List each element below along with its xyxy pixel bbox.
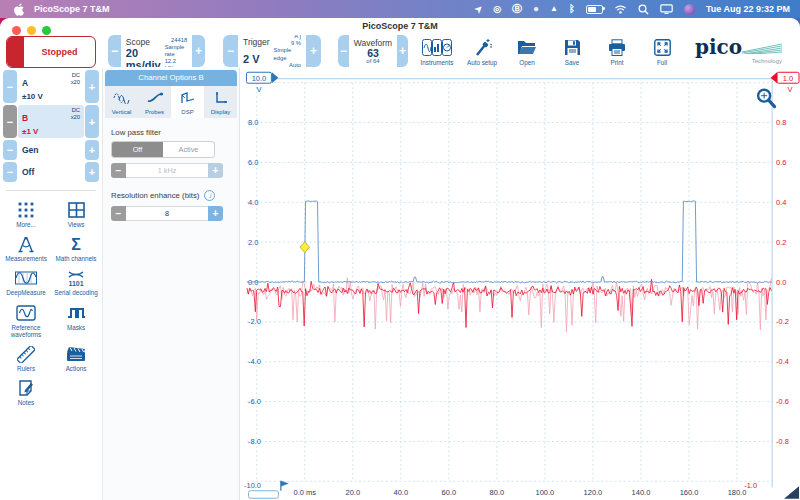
zoom-button[interactable] [42,26,51,35]
time-overview-flag[interactable] [281,481,289,491]
wifi-icon[interactable] [614,3,627,15]
actions-icon [66,345,86,363]
low-pass-freq-increase-button[interactable]: + [208,163,223,178]
tool-more[interactable]: More... [1,201,51,228]
trigger-mode: Auto [289,62,301,67]
time-overview-box[interactable] [248,491,278,498]
scope-decrease-button[interactable]: − [108,35,121,67]
tool-views[interactable]: Views [51,201,101,228]
notes-label: Notes [18,399,34,406]
x-axis-tick: 120.0 [584,488,603,497]
menubar-clock[interactable]: Tue Aug 22 9:32 PM [706,4,790,14]
scope-increase-button[interactable]: + [192,35,205,67]
right-axis-tick: 0.8 [776,118,786,127]
generator-control[interactable]: − Gen + [3,140,99,160]
save-button[interactable]: Save [551,35,593,66]
minimize-button[interactable] [27,26,36,35]
mirror-icon[interactable]: ◎ [493,3,501,15]
macos-menubar: PicoScope 7 T&M ➤◎Ⓑ●▲ᛒ Tue Aug 22 9:32 P… [0,0,800,18]
low-pass-freq-decrease-button[interactable]: − [111,163,126,178]
auto-setup-label: Auto setup [467,59,497,66]
channel-b-axis-flag[interactable]: 1.0 V [771,72,799,94]
scope-graph-area[interactable]: 8.06.04.02.00.0-2.0-4.0-6.0-8.00.80.60.4… [240,68,800,500]
scope-plot[interactable]: 8.06.04.02.00.0-2.0-4.0-6.0-8.00.80.60.4… [240,68,800,500]
trigger-marker[interactable] [300,242,310,253]
bluetooth-icon[interactable]: ᛒ [569,3,575,15]
svg-text:1.0: 1.0 [783,74,793,83]
channel-b-increase-button[interactable]: + [85,105,99,138]
low-pass-off-option[interactable]: Off [112,142,163,157]
low-pass-active-option[interactable]: Active [163,142,214,157]
save-icon [564,38,581,56]
bitwarden-icon[interactable]: Ⓑ [512,3,522,15]
app-dot-icon[interactable]: ● [533,3,539,15]
tab-vertical[interactable]: Vertical [105,86,138,118]
battery-icon[interactable] [586,3,603,15]
tool-notes[interactable]: Notes [1,379,51,406]
corner-resize-handle[interactable] [784,486,799,498]
info-icon[interactable]: i [204,190,215,201]
tool-actions[interactable]: Actions [51,345,101,372]
auto-setup-icon [473,38,492,56]
channel-a-decrease-button[interactable]: − [3,70,17,103]
stopped-label: Stopped [24,37,95,67]
apple-menu-icon[interactable] [14,3,25,15]
open-button[interactable]: Open [506,35,548,66]
tab-dsp[interactable]: DSP [171,86,204,118]
tool-masks[interactable]: Masks [51,304,101,338]
channel-a-trace[interactable] [247,201,772,284]
channel-a-control[interactable]: − A DCx20 ±10 V + [3,70,99,103]
svg-text:10.0: 10.0 [252,74,267,83]
search-icon[interactable] [638,3,649,15]
generator-decrease-button[interactable]: − [3,140,17,160]
channel-options-panel: Channel Options B VerticalProbesDSPDispl… [102,68,240,500]
low-pass-freq-value[interactable]: 1 kHz [126,163,208,178]
trigger-settings-group: − Trigger 2 V A ∫ 9 % Simple edge Auto + [223,35,321,67]
resolution-value[interactable]: 8 [126,206,208,221]
tool-math[interactable]: ΣMath channels [51,235,101,262]
extra-channel-decrease-button[interactable]: − [3,162,17,182]
play-icon[interactable]: ▲ [550,3,558,15]
x-axis-tick: 80.0 [490,488,505,497]
waveform-number: 63 [367,48,379,59]
channel-a-axis-flag[interactable]: 10.0 V [246,72,278,94]
menubar-app-name[interactable]: PicoScope 7 T&M [34,4,110,14]
channel-a-increase-button[interactable]: + [85,70,99,103]
trigger-decrease-button[interactable]: − [223,35,238,67]
tool-serial[interactable]: 1101Serial decoding [51,269,101,296]
channel-b-control[interactable]: − B DCx20 ±1 V + [3,105,99,138]
extra-channel-control[interactable]: − Off + [3,162,99,182]
waveform-next-button[interactable]: + [397,35,408,67]
tab-probes[interactable]: Probes [138,86,171,118]
measurements-label: Measurements [5,255,47,262]
display-icon[interactable] [660,3,673,15]
start-stop-button[interactable]: Stopped [6,36,96,68]
tool-rulers[interactable]: Rulers [1,345,51,372]
location-icon[interactable]: ➤ [475,3,483,15]
scope-timebase-value[interactable]: 20 ms/div [126,47,161,67]
close-button[interactable] [12,26,21,35]
trigger-level-value[interactable]: 2 V [243,53,270,65]
trigger-increase-button[interactable]: + [306,35,321,67]
channel-b-decrease-button[interactable]: − [3,105,17,138]
instruments-button[interactable]: Instruments [416,35,458,66]
print-button[interactable]: Print [596,35,638,66]
resolution-increase-button[interactable]: + [208,206,223,221]
svg-text:V: V [788,85,793,94]
tool-deepmeasure[interactable]: DeepMeasure [1,269,51,296]
app-circle-icon[interactable] [684,3,695,15]
tab-display[interactable]: Display [204,86,237,118]
measurements-icon [17,235,35,253]
resolution-enhance-stepper: − 8 + [111,206,223,221]
generator-increase-button[interactable]: + [85,140,99,160]
window-titlebar[interactable]: PicoScope 7 T&M [0,18,800,34]
channel-b-range: ±1 V [22,127,38,136]
auto-setup-button[interactable]: Auto setup [461,35,503,66]
tool-reference[interactable]: Reference waveforms [1,304,51,338]
tool-measurements[interactable]: Measurements [1,235,51,262]
extra-channel-increase-button[interactable]: + [85,162,99,182]
stop-indicator[interactable] [7,37,24,67]
full-button[interactable]: Full [641,35,683,66]
waveform-previous-button[interactable]: − [338,35,349,67]
resolution-decrease-button[interactable]: − [111,206,126,221]
